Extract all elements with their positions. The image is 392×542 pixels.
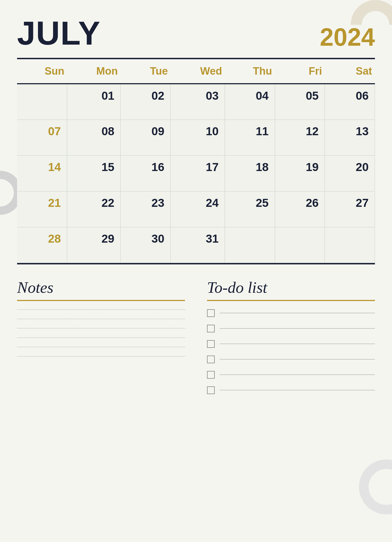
todo-checkbox-1[interactable] [207,325,215,332]
day-header-thu: Thu [225,59,275,84]
todo-item-3 [207,356,375,363]
calendar-day: 19 [275,155,325,191]
todo-item-0 [207,309,375,317]
todo-line-0 [220,313,375,313]
deco-circle-bottom-right [359,459,392,514]
calendar-day: 08 [67,120,121,155]
calendar-day: 07 [17,120,67,155]
todo-checkbox-3[interactable] [207,356,215,363]
calendar-day: 18 [225,155,275,191]
bottom-border [17,263,375,264]
todo-checkbox-2[interactable] [207,340,215,348]
calendar-day: 15 [67,155,121,191]
notes-title: Notes [17,278,185,297]
calendar-day: 12 [275,120,325,155]
day-header-wed: Wed [171,59,225,84]
day-header-fri: Fri [275,59,325,84]
calendar-day: 01 [67,84,121,120]
todo-item-5 [207,386,375,394]
notes-line-0 [17,309,185,310]
notes-line-2 [17,328,185,329]
calendar-day: 09 [121,120,171,155]
day-header-sun: Sun [17,59,67,84]
calendar-day: 20 [325,155,375,191]
calendar-day: 30 [121,227,171,263]
calendar-day: 02 [121,84,171,120]
notes-lines [17,309,185,357]
notes-line-3 [17,337,185,338]
calendar-day: 11 [225,120,275,155]
calendar-day [17,84,67,120]
notes-line-4 [17,347,185,347]
calendar-day [225,227,275,263]
todo-title: To-do list [207,278,375,297]
calendar-day [275,227,325,263]
calendar-day: 16 [121,155,171,191]
calendar-day: 23 [121,191,171,227]
calendar-day: 21 [17,191,67,227]
todo-items-container [207,309,375,394]
todo-checkbox-5[interactable] [207,386,215,394]
calendar-day: 27 [325,191,375,227]
bottom-section: Notes To-do list [17,278,375,402]
todo-line-5 [220,390,375,390]
calendar-day: 24 [171,191,225,227]
calendar-header-row: SunMonTueWedThuFriSat [17,59,375,84]
todo-line-4 [220,375,375,375]
todo-checkbox-0[interactable] [207,309,215,317]
calendar-week-2: 14151617181920 [17,155,375,191]
todo-line-1 [220,328,375,329]
calendar-header: JULY 2024 [17,17,375,50]
calendar-day: 04 [225,84,275,120]
todo-line-3 [220,359,375,359]
day-header-tue: Tue [121,59,171,84]
todo-underline [207,300,375,301]
calendar-day: 26 [275,191,325,227]
calendar-day [325,227,375,263]
todo-item-2 [207,340,375,348]
calendar-day: 14 [17,155,67,191]
day-header-sat: Sat [325,59,375,84]
calendar-day: 05 [275,84,325,120]
day-header-mon: Mon [67,59,121,84]
calendar-day: 13 [325,120,375,155]
todo-item-1 [207,325,375,332]
todo-section: To-do list [207,278,375,402]
todo-item-4 [207,371,375,379]
calendar-day: 25 [225,191,275,227]
calendar-day: 28 [17,227,67,263]
notes-section: Notes [17,278,185,402]
month-title: JULY [17,17,101,50]
todo-line-2 [220,344,375,344]
year-title: 2024 [320,25,375,50]
calendar-day: 31 [171,227,225,263]
calendar-week-1: 07080910111213 [17,120,375,155]
calendar-day: 17 [171,155,225,191]
calendar-week-4: 28293031 [17,227,375,263]
calendar-body: 0102030405060708091011121314151617181920… [17,84,375,263]
page-container: JULY 2024 SunMonTueWedThuFriSat 01020304… [17,0,375,413]
calendar-day: 06 [325,84,375,120]
calendar-day: 03 [171,84,225,120]
calendar-day: 22 [67,191,121,227]
calendar-week-3: 21222324252627 [17,191,375,227]
todo-checkbox-4[interactable] [207,371,215,379]
calendar-week-0: 010203040506 [17,84,375,120]
calendar-day: 10 [171,120,225,155]
calendar-day: 29 [67,227,121,263]
notes-line-1 [17,319,185,319]
notes-line-5 [17,356,185,357]
calendar-table: SunMonTueWedThuFriSat 010203040506070809… [17,59,375,263]
notes-underline [17,300,185,301]
